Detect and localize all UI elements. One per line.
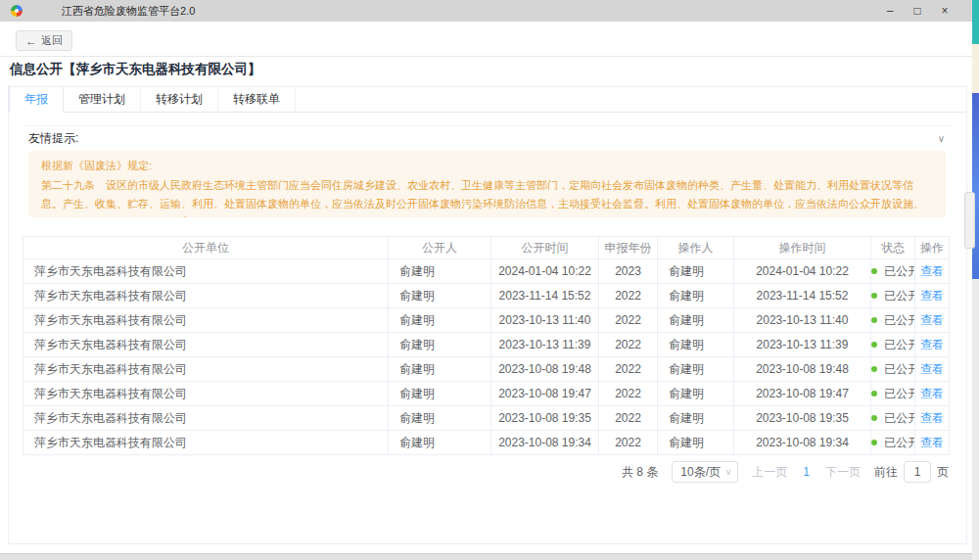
desktop-grey-block [972,279,979,560]
cell-operator: 俞建明 [658,259,734,284]
table-row: 萍乡市天东电器科技有限公司 俞建明 2023-10-08 19:48 2022 … [23,357,950,382]
notice-label: 友情提示: [23,130,78,147]
next-page-button[interactable]: 下一页 [825,464,861,481]
cell-publish-time: 2023-10-08 19:34 [491,431,599,455]
cell-operate-time: 2023-10-08 19:47 [734,382,871,406]
cell-unit: 萍乡市天东电器科技有限公司 [23,308,389,333]
tab-label: 转移计划 [156,92,203,106]
page-number-1[interactable]: 1 [801,465,812,479]
back-arrow-icon: ← [25,35,37,47]
tab[interactable]: 转移联单 [218,87,296,112]
titlebar: 江西省危险废物监管平台2.0 – □ × [0,0,972,22]
tab[interactable]: 管理计划 [64,87,141,112]
table-row: 萍乡市天东电器科技有限公司 俞建明 2023-10-08 19:35 2022 … [23,406,950,431]
cell-publisher: 俞建明 [389,259,491,284]
page-size-select[interactable]: 10条/页 ∨ [672,461,738,483]
view-link[interactable]: 查看 [920,338,944,351]
status-dot-icon [871,342,877,348]
back-button-label: 返回 [41,33,63,48]
view-link[interactable]: 查看 [920,387,944,400]
col-header-publish-time: 公开时间 [491,237,599,259]
cell-status: 已公开 [871,382,915,406]
col-header-unit: 公开单位 [23,237,389,259]
status-dot-icon [871,268,877,274]
cell-publish-time: 2023-10-13 11:39 [491,333,599,357]
desktop-cream-block [972,44,979,93]
page-size-value: 10条/页 [680,464,721,481]
cell-action: 查看 [915,259,950,284]
cell-publish-time: 2024-01-04 10:22 [491,259,599,284]
goto-unit: 页 [937,464,949,481]
tabs: 年报 管理计划 转移计划 转移联单 [9,87,966,113]
cell-publish-time: 2023-10-08 19:48 [491,357,599,382]
cell-action: 查看 [915,308,950,333]
cell-operate-time: 2024-01-04 10:22 [734,259,871,284]
prev-page-button[interactable]: 上一页 [752,464,787,481]
warning-heading: 根据新《固废法》规定: [41,157,933,175]
cell-operate-time: 2023-10-08 19:34 [734,431,871,455]
status-dot-icon [871,391,877,397]
back-button[interactable]: ← 返回 [16,30,72,51]
cell-status: 已公开 [871,308,915,333]
cell-year: 2022 [599,357,658,382]
chevron-down-icon[interactable]: ∨ [938,133,951,144]
scrollbar-thumb[interactable] [964,192,975,249]
view-link[interactable]: 查看 [920,436,944,449]
status-badge: 已公开 [884,313,914,327]
goto-page-input[interactable] [904,461,931,483]
goto-page: 前往 页 [874,461,949,483]
table-row: 萍乡市天东电器科技有限公司 俞建明 2023-10-13 11:40 2022 … [23,308,950,333]
status-dot-icon [871,415,877,421]
cell-publisher: 俞建明 [389,333,491,357]
cell-unit: 萍乡市天东电器科技有限公司 [23,333,389,357]
cell-operate-time: 2023-10-08 19:48 [734,357,871,382]
status-dot-icon [871,317,877,323]
status-badge: 已公开 [884,362,914,376]
status-badge: 已公开 [884,387,914,400]
cell-action: 查看 [915,357,950,382]
status-badge: 已公开 [884,264,914,278]
content-panel: 年报 管理计划 转移计划 转移联单 友情提示: ∨ 根据新《固废法》规定: 第二… [8,86,967,544]
minimize-button[interactable]: – [876,0,904,22]
view-link[interactable]: 查看 [920,411,944,425]
view-link[interactable]: 查看 [920,313,944,327]
warning-body: 第二十九条 设区的市级人民政府生态环境主管部门应当会同住房城乡建设、农业农村、卫… [41,176,933,217]
cell-publisher: 俞建明 [389,284,491,308]
view-link[interactable]: 查看 [920,289,944,303]
cell-operate-time: 2023-10-13 11:40 [734,308,871,333]
cell-operator: 俞建明 [658,406,734,431]
status-badge: 已公开 [884,338,914,351]
cell-action: 查看 [915,431,950,455]
app-logo-icon [11,5,23,17]
cell-year: 2022 [599,333,658,357]
cell-unit: 萍乡市天东电器科技有限公司 [23,382,389,406]
header-divider [0,56,972,57]
tab[interactable]: 年报 [9,87,64,113]
cell-unit: 萍乡市天东电器科技有限公司 [23,259,389,284]
pagination: 共 8 条 10条/页 ∨ 上一页 1 下一页 前往 页 [622,461,949,483]
close-button[interactable]: × [931,0,958,22]
cell-status: 已公开 [871,259,915,284]
view-link[interactable]: 查看 [920,362,944,376]
col-header-publisher: 公开人 [389,237,491,259]
cell-action: 查看 [915,382,950,406]
cell-year: 2022 [599,382,658,406]
tab[interactable]: 转移计划 [141,87,218,112]
cell-unit: 萍乡市天东电器科技有限公司 [23,357,389,382]
status-dot-icon [871,293,877,299]
cell-publish-time: 2023-10-08 19:35 [491,406,599,431]
cell-operator: 俞建明 [658,284,734,308]
cell-status: 已公开 [871,284,915,308]
cell-operator: 俞建明 [658,431,734,455]
view-link[interactable]: 查看 [920,264,944,278]
cell-year: 2022 [599,406,658,431]
table-row: 萍乡市天东电器科技有限公司 俞建明 2024-01-04 10:22 2023 … [23,259,950,284]
cell-unit: 萍乡市天东电器科技有限公司 [23,284,389,308]
cell-year: 2023 [599,259,658,284]
cell-operator: 俞建明 [658,357,734,382]
notice-collapse-header[interactable]: 友情提示: ∨ [23,125,951,151]
table-row: 萍乡市天东电器科技有限公司 俞建明 2023-11-14 15:52 2022 … [23,284,950,308]
table-row: 萍乡市天东电器科技有限公司 俞建明 2023-10-13 11:39 2022 … [23,333,950,357]
maximize-button[interactable]: □ [904,0,931,22]
col-header-operate-time: 操作时间 [734,237,871,259]
